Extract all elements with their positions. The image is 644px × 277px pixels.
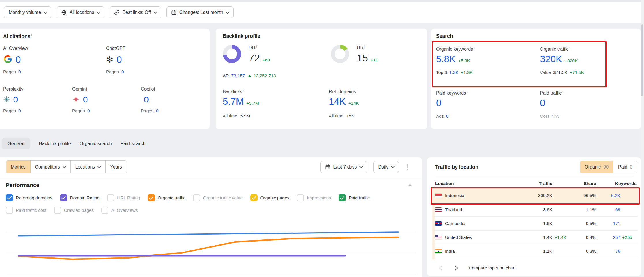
checkbox-unchecked[interactable]: [54, 207, 61, 214]
info-icon[interactable]: i: [562, 90, 563, 93]
pages-count-link[interactable]: 0: [87, 108, 90, 113]
pages-count-link[interactable]: 0: [121, 69, 124, 74]
url-rating-donut: [331, 45, 349, 64]
filter-volume[interactable]: Monthly volume: [4, 6, 51, 18]
ar-value-link[interactable]: 73,157: [231, 73, 245, 78]
info-icon[interactable]: i: [243, 89, 244, 92]
backlinks-value[interactable]: 5.7M: [223, 96, 244, 107]
checkbox-checked[interactable]: [6, 194, 13, 201]
location-row-thailand[interactable]: Thailand3.6K1.1%69: [432, 203, 638, 217]
checkbox-label: Organic traffic: [158, 195, 185, 201]
location-row-united-states[interactable]: United States1.4K+1.4K0.4%257+255: [432, 231, 638, 244]
filter-locations[interactable]: All locations: [57, 6, 104, 18]
organic-traffic-value[interactable]: 320K: [540, 54, 562, 65]
metric-checkbox-url-rating[interactable]: URL Rating: [107, 194, 140, 201]
checkbox-unchecked[interactable]: [6, 207, 13, 214]
pages-label: Pages: [141, 108, 153, 113]
keywords-count-link[interactable]: 76: [596, 249, 620, 254]
info-icon[interactable]: i: [364, 45, 365, 48]
checkbox-checked[interactable]: [148, 194, 155, 201]
column-location: Location: [435, 181, 532, 186]
checkbox-unchecked[interactable]: [107, 194, 114, 201]
paid-keywords-value: 0: [436, 98, 441, 108]
backlinks-alltime: All time5.9M: [223, 113, 315, 119]
tab-general[interactable]: General: [2, 138, 30, 149]
sub-metric-text[interactable]: 0: [446, 114, 449, 119]
tab-backlink-profile[interactable]: Backlink profile: [39, 138, 71, 149]
performance-card: MetricsCompetitorsLocationsYears Last 7 …: [0, 157, 422, 277]
chevron-down-icon: [153, 10, 157, 14]
info-icon[interactable]: i: [357, 89, 357, 92]
scrollbar-thumb[interactable]: [641, 24, 643, 96]
keywords-count-link[interactable]: 257: [596, 235, 620, 240]
check-icon: [340, 195, 345, 200]
location-name: India: [445, 249, 455, 254]
segment-years[interactable]: Years: [105, 161, 126, 173]
info-icon[interactable]: i: [467, 90, 467, 93]
chevron-down-icon: [43, 10, 47, 14]
filter-label: Monthly volume: [9, 10, 41, 15]
page-scrollbar[interactable]: [641, 0, 644, 277]
filter-best-links[interactable]: Best links: Off: [110, 6, 161, 18]
compare-top5-link[interactable]: Compare top 5 on chart: [469, 265, 516, 271]
metric-checkbox-organic-pages[interactable]: Organic pages: [250, 194, 290, 201]
metric-checkbox-ai-overviews[interactable]: AI Overviews: [101, 207, 138, 214]
metric-checkbox-organic-traffic[interactable]: Organic traffic: [148, 194, 185, 201]
checkbox-unchecked[interactable]: [193, 194, 200, 201]
checkbox-checked[interactable]: [60, 194, 67, 201]
more-options-button[interactable]: [405, 162, 410, 172]
metric-checkbox-impressions[interactable]: Impressions: [297, 194, 331, 201]
filter-changes[interactable]: Changes: Last month: [166, 6, 234, 18]
info-icon[interactable]: i: [31, 33, 32, 37]
metric-checkbox-organic-traffic-value[interactable]: Organic traffic value: [193, 194, 243, 201]
checkbox-unchecked[interactable]: [101, 207, 108, 214]
info-icon[interactable]: i: [256, 45, 257, 48]
metric-checkbox-paid-traffic[interactable]: Paid traffic: [339, 194, 370, 201]
info-icon[interactable]: i: [474, 46, 474, 50]
toggle-organic[interactable]: Organic 90: [580, 161, 613, 173]
location-row-india[interactable]: India1.1K0.3%76: [432, 244, 638, 258]
collapse-section-button[interactable]: [408, 184, 412, 188]
previous-page-button[interactable]: [439, 266, 444, 271]
metric-checkbox-domain-rating[interactable]: Domain Rating: [60, 194, 100, 201]
metric-checkbox-referring-domains[interactable]: Referring domains: [6, 194, 52, 201]
paid-traffic-metric: Paid traffici 0 CostN/A: [540, 90, 635, 119]
segment-metrics[interactable]: Metrics: [6, 161, 30, 173]
toggle-paid[interactable]: Paid 0: [613, 161, 637, 173]
tab-organic-search[interactable]: Organic search: [80, 138, 112, 149]
next-page-button[interactable]: [453, 266, 458, 271]
sub-metric-text: Top 3: [436, 70, 447, 75]
pages-count-link[interactable]: 0: [156, 108, 159, 113]
location-row-indonesia[interactable]: Indonesia309.2K96.5%5.2K: [432, 188, 638, 203]
performance-title: Performance: [6, 182, 39, 188]
id-flag-icon: [435, 194, 442, 198]
segment-locations[interactable]: Locations: [70, 161, 106, 173]
metric-checkbox-crawled-pages[interactable]: Crawled pages: [54, 207, 94, 214]
column-keywords: Keywords: [596, 181, 637, 186]
segment-competitors[interactable]: Competitors: [30, 161, 70, 173]
info-icon[interactable]: i: [569, 46, 570, 50]
pages-count-link[interactable]: 0: [18, 69, 21, 74]
tab-paid-search[interactable]: Paid search: [121, 138, 146, 149]
date-range-select[interactable]: Last 7 days: [320, 161, 367, 173]
ref-domains-metric: Ref. domainsi 14K+14K All time15K: [329, 89, 421, 119]
paid-keywords-metric: Paid keywordsi 0 Ads0: [436, 90, 531, 119]
ref-domains-value[interactable]: 14K: [329, 96, 346, 107]
keywords-count-link[interactable]: 171: [596, 221, 620, 226]
checkbox-checked[interactable]: [250, 194, 258, 201]
checkbox-checked[interactable]: [339, 194, 346, 201]
pages-count-link[interactable]: 0: [18, 108, 21, 113]
performance-header: Performance: [6, 182, 412, 188]
sub-metric-text[interactable]: 1.3K: [449, 70, 459, 75]
keywords-count-link[interactable]: 69: [596, 207, 620, 212]
organic-keywords-value[interactable]: 5.8K: [436, 54, 456, 65]
granularity-select[interactable]: Daily: [373, 161, 399, 173]
authority-rank-row: AR 73,157 13,252,713: [223, 73, 276, 78]
ref-domains-label: Ref. domainsi: [329, 89, 421, 94]
checkbox-unchecked[interactable]: [297, 194, 304, 201]
checkbox-label: Crawled pages: [64, 208, 94, 213]
location-row-cambodia[interactable]: Cambodia1.6K0.5%171: [432, 217, 638, 231]
keywords-count-link[interactable]: 5.2K: [596, 193, 620, 198]
metric-checkbox-paid-traffic-cost[interactable]: Paid traffic cost: [6, 207, 46, 214]
location-cell: United States: [435, 235, 532, 240]
